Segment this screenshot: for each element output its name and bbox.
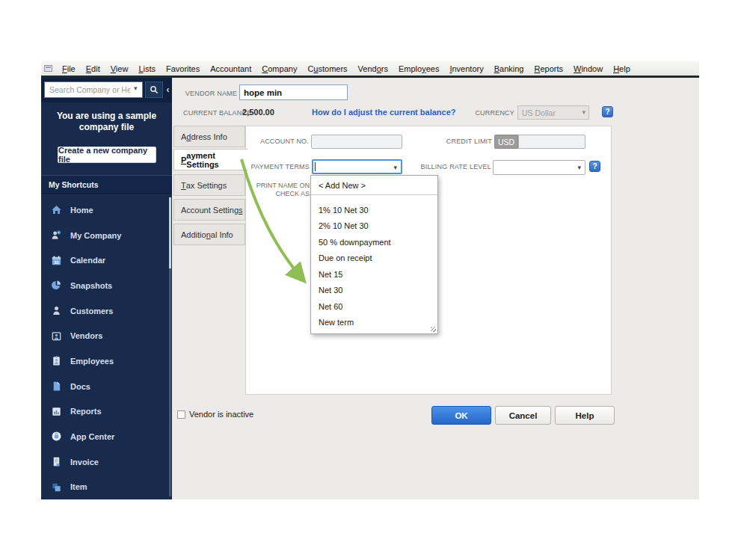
menu-item-customers[interactable]: Customers bbox=[302, 63, 352, 75]
my-company-icon bbox=[51, 230, 62, 241]
dropdown-option-50-downpayment[interactable]: 50 % downpayment bbox=[311, 234, 437, 250]
vendors-icon bbox=[51, 330, 62, 342]
tab-additional-info[interactable]: Additional Info bbox=[173, 224, 245, 245]
sidebar-item-customers[interactable]: Customers bbox=[41, 298, 172, 324]
print-name-label: PRINT NAME ON CHECK AS bbox=[246, 182, 310, 198]
home-icon bbox=[51, 204, 62, 215]
current-balance-label: CURRENT BALANCE bbox=[183, 109, 251, 117]
sidebar-item-snapshots[interactable]: Snapshots bbox=[41, 273, 172, 298]
vendor-name-input[interactable] bbox=[239, 84, 348, 100]
sidebar-item-calendar[interactable]: 31Calendar bbox=[41, 247, 172, 273]
billing-rate-help-button[interactable]: ? bbox=[589, 161, 600, 172]
dropdown-option-2-10-net-30[interactable]: 2% 10 Net 30 bbox=[311, 218, 437, 235]
sidebar-scrollbar-thumb[interactable] bbox=[169, 197, 171, 268]
vendor-inactive-checkbox[interactable] bbox=[177, 410, 185, 419]
menu-item-reports[interactable]: Reports bbox=[529, 63, 568, 75]
adjust-balance-link[interactable]: How do I adjust the current balance? bbox=[312, 108, 456, 117]
help-button[interactable]: Help bbox=[555, 406, 615, 425]
credit-limit-currency-badge: USD bbox=[494, 135, 518, 149]
svg-text:31: 31 bbox=[54, 259, 58, 264]
sidebar-item-employees[interactable]: Employees bbox=[41, 348, 172, 374]
current-balance-value: 2,500.00 bbox=[242, 108, 274, 117]
credit-limit-label: CREDIT LIMIT bbox=[396, 138, 492, 145]
menu-item-employees[interactable]: Employees bbox=[393, 63, 444, 75]
account-no-label: ACCOUNT NO. bbox=[246, 138, 309, 145]
billing-rate-select[interactable]: ▾ bbox=[493, 160, 585, 175]
menu-item-help[interactable]: Help bbox=[608, 63, 636, 75]
account-no-input[interactable] bbox=[311, 135, 402, 149]
menu-item-vendors[interactable]: Vendors bbox=[353, 63, 393, 75]
vendor-name-label: VENDOR NAME bbox=[172, 90, 237, 97]
currency-help-button[interactable]: ? bbox=[602, 106, 613, 117]
tab-tax-settings[interactable]: Tax Settings bbox=[173, 174, 245, 196]
app-window-icon[interactable] bbox=[44, 65, 52, 72]
vendor-inactive-label: Vendor is inactive bbox=[189, 410, 253, 419]
search-icon bbox=[150, 85, 159, 94]
tab-account-settings[interactable]: Account Settings bbox=[173, 199, 245, 221]
sidebar-nav: HomeMy Company31CalendarSnapshotsCustome… bbox=[41, 197, 172, 499]
menu-item-banking[interactable]: Banking bbox=[489, 63, 529, 75]
sidebar-search-band: ▾ ‹ bbox=[41, 78, 172, 102]
invoice-icon bbox=[51, 456, 62, 467]
employees-icon bbox=[51, 355, 62, 366]
dropdown-option-net-60[interactable]: Net 60 bbox=[311, 298, 437, 315]
menu-item-file[interactable]: File bbox=[57, 63, 81, 75]
customers-icon bbox=[51, 305, 62, 316]
text-caret bbox=[315, 162, 316, 171]
sidebar-item-invoice[interactable]: Invoice bbox=[41, 449, 172, 475]
docs-icon bbox=[51, 381, 62, 392]
calendar-icon: 31 bbox=[51, 255, 62, 266]
dropdown-option-1-10-net-30[interactable]: 1% 10 Net 30 bbox=[311, 202, 437, 218]
tab-payment-settings[interactable]: Payment Settings bbox=[173, 149, 248, 170]
menu-bar: FileEditViewListsFavoritesAccountantComp… bbox=[41, 61, 699, 76]
page: FileEditViewListsFavoritesAccountantComp… bbox=[0, 0, 747, 560]
sidebar-collapse-button[interactable]: ‹ bbox=[164, 81, 172, 98]
sidebar: ▾ ‹ You are using a sample company file … bbox=[41, 78, 172, 499]
create-company-file-button[interactable]: Create a new company file bbox=[58, 147, 156, 163]
dropdown-option-net-15[interactable]: Net 15 bbox=[311, 266, 437, 283]
sidebar-item-my-company[interactable]: My Company bbox=[41, 223, 172, 248]
reports-icon bbox=[51, 406, 62, 417]
sidebar-item-reports[interactable]: Reports bbox=[41, 399, 172, 424]
sidebar-item-item[interactable]: Item bbox=[41, 474, 172, 499]
sidebar-item-home[interactable]: Home bbox=[41, 197, 172, 223]
chevron-down-icon: ▾ bbox=[582, 108, 585, 116]
my-shortcuts-header: My Shortcuts bbox=[41, 175, 172, 194]
sidebar-item-docs[interactable]: Docs bbox=[41, 374, 172, 399]
cancel-button[interactable]: Cancel bbox=[495, 406, 551, 425]
menu-item-edit[interactable]: Edit bbox=[81, 63, 105, 75]
menu-item-view[interactable]: View bbox=[105, 63, 134, 75]
menu-item-company[interactable]: Company bbox=[256, 63, 302, 75]
dropdown-option-add-new[interactable]: < Add New > bbox=[311, 176, 437, 194]
app-center-icon bbox=[51, 431, 62, 442]
vendor-edit-panel: VENDOR NAME CURRENT BALANCE 2,500.00 How… bbox=[172, 78, 699, 499]
sidebar-item-app-center[interactable]: App Center bbox=[41, 424, 172, 449]
billing-rate-label: BILLING RATE LEVEL bbox=[381, 163, 491, 170]
chevron-down-icon: ▾ bbox=[577, 164, 581, 171]
menu-item-inventory[interactable]: Inventory bbox=[444, 63, 488, 75]
app-window: FileEditViewListsFavoritesAccountantComp… bbox=[41, 61, 699, 499]
menu-item-window[interactable]: Window bbox=[568, 63, 608, 75]
menu-item-accountant[interactable]: Accountant bbox=[205, 63, 256, 75]
credit-limit-input[interactable] bbox=[518, 135, 585, 149]
sidebar-item-vendors[interactable]: Vendors bbox=[41, 323, 172, 348]
search-input[interactable] bbox=[44, 81, 143, 98]
dropdown-options: 1% 10 Net 302% 10 Net 3050 % downpayment… bbox=[311, 195, 437, 333]
dropdown-option-due-on-receipt[interactable]: Due on receipt bbox=[311, 250, 437, 267]
payment-terms-dropdown-list: < Add New > 1% 10 Net 302% 10 Net 3050 %… bbox=[310, 175, 438, 334]
dropdown-resize-handle[interactable] bbox=[431, 327, 436, 332]
payment-terms-label: PAYMENT TERMS bbox=[246, 163, 310, 170]
tab-address-info[interactable]: Address Info bbox=[173, 126, 245, 147]
menu-item-lists[interactable]: Lists bbox=[133, 63, 161, 75]
currency-label: CURRENCY bbox=[462, 109, 514, 117]
sample-file-notice: You are using a sample company file bbox=[47, 111, 166, 133]
snapshots-icon bbox=[51, 280, 62, 291]
currency-select: US Dollar ▾ bbox=[517, 105, 589, 120]
ok-button[interactable]: OK bbox=[431, 406, 491, 425]
item-icon bbox=[51, 481, 62, 493]
search-button[interactable] bbox=[145, 81, 163, 98]
dropdown-option-new-term[interactable]: New term bbox=[311, 315, 437, 331]
dropdown-option-net-30[interactable]: Net 30 bbox=[311, 283, 437, 299]
menu-item-favorites[interactable]: Favorites bbox=[161, 63, 205, 75]
